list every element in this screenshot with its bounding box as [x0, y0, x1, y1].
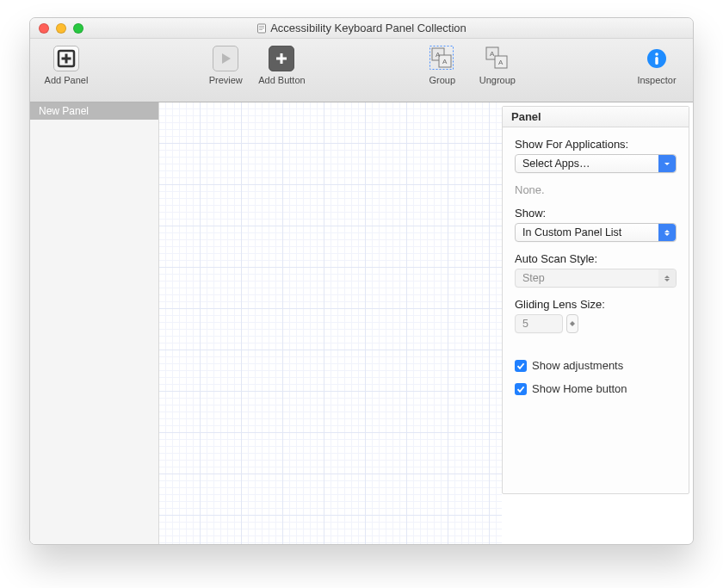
inspector-panel: Panel Show For Applications: Select Apps…	[502, 106, 689, 494]
select-apps-dropdown[interactable]: Select Apps…	[515, 154, 677, 173]
show-label: Show:	[515, 207, 677, 220]
tb-label-add-button: Add Button	[258, 75, 305, 85]
gliding-lens-value: 5	[522, 318, 528, 330]
sidebar: New Panel	[30, 102, 159, 544]
tb-label-inspector: Inspector	[637, 75, 676, 85]
svg-rect-3	[259, 29, 263, 30]
plus-dark-icon	[269, 46, 294, 71]
tb-label-add-panel: Add Panel	[45, 75, 89, 85]
inspector-body: Show For Applications: Select Apps… None…	[503, 127, 689, 405]
show-home-button-label: Show Home button	[532, 382, 627, 395]
info-icon	[644, 46, 670, 71]
window-title: Accessibility Keyboard Panel Collection	[30, 22, 693, 34]
apps-none-text: None.	[515, 183, 677, 196]
tb-label-group: Group	[429, 75, 456, 85]
auto-scan-label: Auto Scan Style:	[515, 252, 677, 265]
auto-scan-value: Step	[522, 272, 545, 284]
zoom-button[interactable]	[73, 23, 83, 34]
group-button[interactable]: AA Group	[415, 42, 470, 89]
play-icon	[213, 46, 238, 71]
inspector-button[interactable]: Inspector	[629, 42, 684, 89]
ungroup-icon: AA	[485, 46, 510, 71]
show-for-apps-label: Show For Applications:	[515, 138, 677, 151]
inspector-header: Panel	[503, 107, 689, 127]
show-adjustments-label: Show adjustments	[532, 359, 623, 372]
group-icon: AA	[429, 46, 455, 71]
tb-label-preview: Preview	[209, 75, 243, 85]
titlebar: Accessibility Keyboard Panel Collection	[30, 18, 693, 39]
canvas-grid[interactable]	[159, 102, 502, 544]
auto-scan-dropdown[interactable]: Step	[515, 269, 677, 288]
svg-rect-1	[259, 26, 264, 27]
tb-label-ungroup: Ungroup	[479, 75, 516, 85]
svg-text:A: A	[442, 58, 448, 65]
gliding-lens-label: Gliding Lens Size:	[515, 298, 677, 311]
svg-rect-6	[62, 58, 71, 60]
preview-button[interactable]: Preview	[198, 42, 253, 89]
checkbox-checked-icon	[515, 383, 527, 395]
close-button[interactable]	[39, 23, 49, 34]
updown-icon	[658, 224, 676, 241]
updown-icon	[658, 269, 676, 287]
sidebar-item-new-panel[interactable]: New Panel	[30, 102, 158, 120]
gliding-lens-stepper[interactable]	[566, 314, 578, 333]
minimize-button[interactable]	[56, 23, 66, 34]
show-value: In Custom Panel List	[522, 226, 621, 238]
content: New Panel Panel Show For Applications: S…	[30, 102, 693, 544]
checkbox-checked-icon	[515, 360, 527, 372]
svg-rect-21	[655, 57, 658, 65]
svg-rect-9	[276, 58, 287, 60]
svg-text:A: A	[490, 50, 495, 58]
select-apps-value: Select Apps…	[522, 158, 590, 170]
chevron-down-icon	[658, 155, 676, 172]
gliding-lens-field[interactable]: 5	[515, 314, 563, 333]
svg-text:A: A	[498, 59, 504, 66]
document-icon	[256, 23, 267, 34]
show-adjustments-checkbox[interactable]: Show adjustments	[515, 359, 677, 372]
sidebar-item-label: New Panel	[39, 105, 89, 117]
add-panel-button[interactable]: Add Panel	[39, 42, 94, 89]
toolbar: Add Panel Preview Add Button AA Group AA	[30, 39, 693, 102]
plus-square-icon	[53, 46, 79, 71]
svg-marker-7	[222, 53, 231, 64]
svg-text:A: A	[436, 51, 441, 59]
window-controls	[30, 23, 83, 34]
window: Accessibility Keyboard Panel Collection …	[29, 17, 694, 545]
svg-point-20	[655, 53, 658, 56]
add-button-button[interactable]: Add Button	[253, 42, 310, 89]
svg-rect-2	[259, 28, 264, 28]
ungroup-button[interactable]: AA Ungroup	[470, 42, 525, 89]
show-home-button-checkbox[interactable]: Show Home button	[515, 382, 677, 395]
svg-rect-0	[258, 24, 266, 33]
show-dropdown[interactable]: In Custom Panel List	[515, 223, 677, 242]
